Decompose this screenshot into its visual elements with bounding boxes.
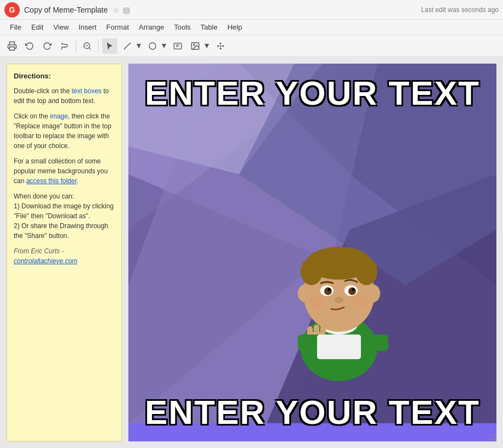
- logo-letter: G: [9, 5, 15, 14]
- toolbar-separator-1: [76, 40, 76, 52]
- svg-rect-19: [222, 45, 224, 47]
- shape-dropdown[interactable]: [160, 38, 168, 54]
- menu-arrange[interactable]: Arrange: [134, 22, 168, 32]
- svg-marker-14: [205, 44, 209, 48]
- folder-link[interactable]: access this folder: [26, 177, 77, 185]
- folder-icon[interactable]: ▤: [123, 5, 130, 14]
- shape-button[interactable]: [145, 38, 160, 54]
- menu-bar: File Edit View Insert Format Arrange Too…: [0, 20, 503, 35]
- svg-rect-51: [317, 334, 361, 359]
- google-logo: G: [4, 2, 20, 18]
- meme-bottom-text[interactable]: ENTER YOUR TEXT: [128, 393, 496, 432]
- svg-point-13: [194, 44, 195, 45]
- toolbar-separator-2: [98, 40, 99, 52]
- svg-rect-16: [220, 45, 222, 47]
- textbox-button[interactable]: [170, 38, 185, 54]
- paint-format-button[interactable]: [57, 38, 72, 54]
- highlight-image: image: [50, 112, 68, 120]
- star-icon[interactable]: ☆: [112, 5, 120, 14]
- image-dropdown[interactable]: [203, 38, 211, 54]
- svg-point-39: [352, 288, 354, 291]
- select-button[interactable]: [102, 38, 117, 54]
- svg-marker-8: [162, 44, 166, 48]
- menu-format[interactable]: Format: [102, 22, 133, 32]
- svg-marker-6: [137, 44, 141, 48]
- svg-rect-15: [220, 43, 222, 44]
- menu-table[interactable]: Table: [196, 22, 222, 32]
- resize-handle[interactable]: [489, 434, 495, 440]
- title-icons: ☆ ▤: [112, 5, 130, 14]
- document-title[interactable]: Copy of Meme-Template: [24, 5, 108, 14]
- line-tool-group: [120, 38, 143, 54]
- svg-rect-50: [358, 334, 388, 351]
- highlight-text: text boxes: [71, 87, 101, 95]
- svg-rect-0: [10, 47, 15, 50]
- svg-point-37: [348, 287, 356, 295]
- directions-p4: When done you can: 1) Download the image…: [14, 191, 115, 241]
- svg-point-43: [298, 285, 311, 302]
- baby-image[interactable]: [273, 217, 405, 381]
- line-button[interactable]: [120, 38, 135, 54]
- svg-point-40: [335, 297, 343, 303]
- svg-line-5: [124, 43, 131, 49]
- menu-insert[interactable]: Insert: [74, 22, 101, 32]
- shape-tool-group: [145, 38, 168, 54]
- svg-point-32: [301, 258, 323, 285]
- directions-panel: Directions: Double-click on the text box…: [7, 64, 122, 441]
- directions-p2: Click on the image, then click the "Repl…: [14, 111, 115, 151]
- footer-text: From Eric Curts - controlaltachieve.com: [14, 246, 115, 266]
- svg-point-41: [309, 295, 325, 308]
- svg-point-42: [353, 295, 369, 308]
- line-dropdown[interactable]: [135, 38, 143, 54]
- svg-rect-18: [217, 45, 219, 47]
- svg-rect-47: [314, 325, 319, 334]
- website-link[interactable]: controlaltachieve.com: [14, 257, 77, 265]
- canvas-area: ENTER YOUR TEXT: [128, 64, 496, 441]
- svg-point-36: [324, 287, 332, 295]
- title-bar: G Copy of Meme-Template ☆ ▤ Last edit wa…: [0, 0, 503, 20]
- directions-p1: Double-click on the text boxes to edit t…: [14, 86, 115, 106]
- zoom-button[interactable]: [80, 38, 95, 54]
- print-button[interactable]: [4, 38, 20, 54]
- svg-point-33: [355, 258, 377, 285]
- svg-rect-17: [220, 48, 222, 49]
- menu-file[interactable]: File: [5, 22, 26, 32]
- directions-p3: For a small collection of some popular m…: [14, 156, 115, 186]
- meme-canvas: ENTER YOUR TEXT: [128, 64, 496, 441]
- svg-point-38: [327, 288, 330, 291]
- svg-rect-48: [320, 326, 326, 334]
- undo-button[interactable]: [22, 38, 37, 54]
- redo-button[interactable]: [39, 38, 55, 54]
- last-edit-status: Last edit was seconds ago: [421, 6, 499, 14]
- insert-more-button[interactable]: [213, 38, 228, 54]
- directions-heading: Directions:: [14, 71, 115, 82]
- svg-point-7: [149, 43, 156, 49]
- menu-tools[interactable]: Tools: [169, 22, 195, 32]
- svg-line-3: [89, 48, 91, 49]
- menu-edit[interactable]: Edit: [27, 22, 48, 32]
- menu-help[interactable]: Help: [223, 22, 247, 32]
- menu-view[interactable]: View: [49, 22, 73, 32]
- image-button[interactable]: [188, 38, 203, 54]
- toolbar: [0, 35, 503, 57]
- image-tool-group: [188, 38, 211, 54]
- main-content: Directions: Double-click on the text box…: [0, 57, 503, 448]
- meme-top-text[interactable]: ENTER YOUR TEXT: [128, 73, 496, 112]
- svg-point-44: [367, 285, 380, 302]
